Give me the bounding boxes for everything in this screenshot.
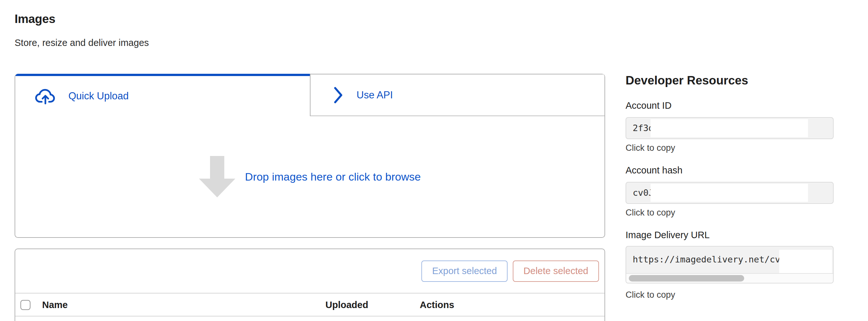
delete-selected-button[interactable]: Delete selected	[513, 260, 599, 282]
tab-quick-upload-label: Quick Upload	[68, 90, 129, 102]
image-delivery-url-field[interactable]: https://imagedelivery.net/cv0JSj	[625, 246, 834, 283]
account-hash-field[interactable]: cv0J	[625, 182, 834, 204]
arrow-down-icon	[199, 156, 235, 198]
page-subtitle: Store, resize and deliver images	[14, 38, 149, 48]
horizontal-scrollbar-track	[626, 273, 833, 283]
account-id-copy-hint[interactable]: Click to copy	[625, 143, 675, 153]
upload-panel: Quick Upload Use API Drop images here or…	[14, 74, 605, 238]
images-page: Images Store, resize and deliver images …	[0, 0, 868, 321]
column-header-name: Name	[42, 293, 68, 317]
upload-tabs: Quick Upload Use API	[15, 74, 604, 116]
account-id-field[interactable]: 2f3d	[625, 117, 834, 139]
image-delivery-url-label: Image Delivery URL	[625, 230, 710, 241]
column-header-uploaded: Uploaded	[326, 293, 368, 317]
account-hash-label: Account hash	[625, 165, 683, 176]
cloud-upload-icon	[35, 87, 56, 105]
page-title: Images	[14, 12, 55, 26]
developer-resources-panel: Developer Resources Account ID 2f3d Clic…	[625, 0, 834, 321]
tab-quick-upload[interactable]: Quick Upload	[15, 74, 310, 116]
developer-resources-title: Developer Resources	[625, 74, 748, 87]
images-table-panel: Export selected Delete selected Name Upl…	[14, 249, 605, 321]
table-toolbar: Export selected Delete selected	[15, 249, 604, 293]
horizontal-scrollbar-thumb[interactable]	[629, 275, 744, 282]
export-selected-button[interactable]: Export selected	[421, 260, 507, 282]
redaction-overlay	[779, 250, 832, 275]
column-header-actions: Actions	[420, 293, 454, 317]
redaction-overlay	[651, 119, 808, 137]
account-hash-copy-hint[interactable]: Click to copy	[625, 208, 675, 218]
dropzone[interactable]: Drop images here or click to browse	[15, 116, 604, 237]
table-header-row: Name Uploaded Actions	[15, 293, 604, 317]
image-delivery-url-value: https://imagedelivery.net/cv0JSj	[633, 247, 801, 273]
tab-use-api[interactable]: Use API	[310, 74, 604, 116]
dropzone-label: Drop images here or click to browse	[245, 171, 421, 183]
account-id-label: Account ID	[625, 100, 672, 111]
image-delivery-url-copy-hint[interactable]: Click to copy	[625, 290, 675, 300]
tab-use-api-label: Use API	[356, 89, 393, 101]
select-all-checkbox[interactable]	[21, 300, 30, 310]
redaction-overlay	[651, 184, 808, 202]
chevron-right-icon	[334, 87, 343, 104]
